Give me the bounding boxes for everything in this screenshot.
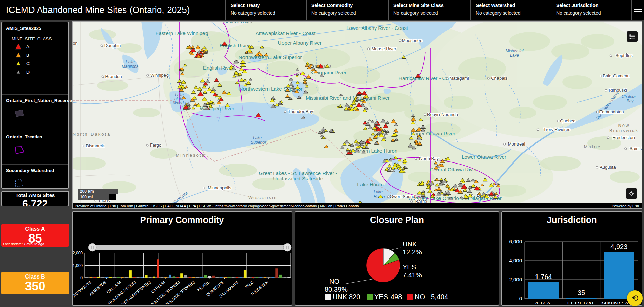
legend-panel: AMIS_Sites2025 MINE_SITE_CLASS A B C D O…	[1, 22, 69, 189]
svg-text:FEDERAL: FEDERAL	[567, 301, 595, 304]
jurisdiction-category-labels: A.R.A.FEDERALMINING ACT	[535, 301, 637, 304]
svg-text:Edmundston: Edmundston	[599, 109, 624, 114]
svg-text:Minnesota: Minnesota	[176, 153, 206, 158]
svg-text:NO: NO	[329, 277, 339, 285]
svg-text:0: 0	[80, 275, 83, 280]
commodity-y-axis: 01,0002,000	[73, 251, 83, 280]
svg-text:Superior: Superior	[251, 140, 266, 145]
svg-text:Northwestern Lake Superior: Northwestern Lake Superior	[239, 54, 302, 60]
scale-km: 200 km	[78, 189, 118, 194]
reset-extent-button[interactable]: ⟲	[627, 290, 643, 306]
map-locate-icon[interactable]	[626, 188, 637, 199]
svg-text:Montreal: Montreal	[508, 141, 525, 147]
svg-text:Sept-Îles: Sept-Îles	[615, 53, 633, 58]
svg-text:5,404: 5,404	[431, 293, 448, 301]
svg-text:Severn River: Severn River	[223, 22, 253, 24]
selector-treaty[interactable]: Select Treaty No category selected	[225, 0, 306, 20]
selector-mine-site-class[interactable]: Select Mine Site Class No category selec…	[388, 0, 470, 20]
primary-commodity-panel: Primary Commodity 01,0002,000ACTINOLITEA…	[72, 211, 292, 306]
svg-text:Moose River: Moose River	[372, 46, 397, 51]
svg-text:7.41%: 7.41%	[403, 271, 422, 279]
class-B-triangle-icon	[15, 52, 22, 58]
attribution-text: Province of Ontario | Esri | TomTom | Ga…	[73, 204, 359, 208]
svg-text:35: 35	[578, 289, 585, 296]
svg-text:Great Lakes - St. Lawrence Riv: Great Lakes - St. Lawrence River -	[259, 170, 337, 176]
map-legend-icon[interactable]	[627, 31, 638, 42]
header-bar: ICEMD Abandoned Mine Sites (Ontario, 202…	[0, 0, 644, 20]
slider-handle-right[interactable]	[283, 243, 291, 251]
legend-class-B: B	[15, 52, 65, 58]
scale-mi: 100 mi	[78, 194, 109, 200]
svg-text:4,000: 4,000	[509, 257, 522, 263]
svg-text:North Bay: North Bay	[419, 156, 439, 161]
svg-text:Lake: Lake	[374, 190, 383, 194]
selector-jurisdiction[interactable]: Select Jurisdiction No category selected	[551, 0, 631, 20]
legend-class-C: C	[15, 61, 65, 67]
svg-text:Trois-Rivières: Trois-Rivières	[543, 127, 570, 132]
svg-text:Lake: Lake	[253, 135, 262, 140]
jurisdiction-y-axis: 02,0004,0006,000	[509, 238, 522, 301]
svg-text:NO: NO	[415, 293, 425, 301]
map-canvas[interactable]: Severn RiverEastern Lake WinnipegAttawap…	[73, 22, 642, 203]
dashboard: ICEMD Abandoned Mine Sites (Ontario, 202…	[0, 0, 644, 307]
pie-slices	[366, 248, 400, 282]
svg-text:Rouyn-Noranda: Rouyn-Noranda	[427, 112, 458, 117]
svg-text:Fargo: Fargo	[150, 142, 161, 148]
svg-text:Matagami: Matagami	[449, 76, 469, 81]
svg-text:Eastern Lake Winnipeg: Eastern Lake Winnipeg	[155, 30, 208, 36]
pie-legend: UNK820YES498NO5,404	[325, 293, 448, 301]
svg-text:Dauphin: Dauphin	[104, 43, 121, 48]
slider-handle-left[interactable]	[88, 243, 96, 251]
svg-text:6,000: 6,000	[509, 238, 522, 244]
map-attribution: Province of Ontario | Esri | TomTom | Ga…	[73, 203, 642, 208]
svg-text:Lower Ottawa River: Lower Ottawa River	[462, 154, 506, 160]
svg-text:Upper Albany River: Upper Albany River	[278, 40, 321, 46]
hamburger-menu-icon[interactable]	[631, 0, 644, 20]
svg-text:Wisconsin: Wisconsin	[248, 195, 277, 200]
selector-watershed[interactable]: Select Watershed No category selected	[470, 0, 551, 20]
svg-text:Lower Albany River - Coast: Lower Albany River - Coast	[346, 25, 408, 31]
legend-class-D: D	[15, 69, 65, 75]
svg-text:Fredericton: Fredericton	[612, 135, 635, 140]
watershed-dashed-swatch	[14, 178, 65, 189]
page-title: ICEMD Abandoned Mine Sites (Ontario, 202…	[0, 0, 225, 20]
svg-text:80.39%: 80.39%	[325, 286, 348, 293]
svg-text:UNK: UNK	[403, 240, 417, 248]
map[interactable]: Severn RiverEastern Lake WinnipegAttawap…	[72, 21, 642, 209]
stat-class-a: Class A 85 Last update: 1 minute ago	[1, 224, 69, 247]
closure-plan-panel: Closure Plan UNK12.2% YES7.41% NO80.39%U…	[295, 211, 499, 306]
layer-title: AMIS_Sites2025	[6, 26, 65, 32]
svg-text:Chapais: Chapais	[491, 76, 507, 81]
category-range-slider[interactable]	[88, 243, 291, 251]
stat-total-amis-sites: Total AMIS Sites 6,722	[1, 191, 69, 206]
svg-text:TALC: TALC	[244, 280, 254, 289]
layer-field: MINE_SITE_CLASS	[12, 36, 65, 41]
class-C-triangle-icon	[15, 61, 22, 67]
primary-commodity-chart: 01,0002,000ACTINOLITEASBESTOSCALCIUMDOLO…	[73, 225, 292, 304]
svg-text:A.R.A.: A.R.A.	[535, 301, 552, 304]
panel-title: Jurisdiction	[502, 215, 642, 225]
legend-class-label: A	[26, 44, 29, 49]
svg-text:Augusta: Augusta	[600, 165, 616, 170]
legend-class-label: C	[26, 61, 30, 66]
jurisdiction-bar-chart: 02,0004,0006,0001,764354,923A.R.A.FEDERA…	[502, 225, 642, 304]
treaties-polygon-swatch	[14, 145, 65, 156]
selector-commodity[interactable]: Select Commodity No category selected	[306, 0, 388, 20]
svg-text:12.2%: 12.2%	[403, 248, 422, 256]
svg-text:Brunswick: Brunswick	[609, 128, 639, 133]
panel-title: Primary Commodity	[73, 215, 292, 225]
svg-text:4,923: 4,923	[610, 243, 627, 250]
svg-text:Chaleur: Chaleur	[622, 94, 636, 99]
svg-text:North Dakota: North Dakota	[73, 132, 111, 137]
class-A-triangle-icon	[15, 44, 22, 50]
svg-text:Thunder Bay: Thunder Bay	[288, 109, 313, 114]
svg-text:Baie-Comeau: Baie-Comeau	[603, 73, 630, 78]
legend-layer-amis-sites: AMIS_Sites2025 MINE_SITE_CLASS A B C D	[2, 22, 68, 95]
svg-text:Lake: Lake	[126, 60, 135, 64]
svg-text:New: New	[618, 123, 630, 128]
svg-text:YES: YES	[403, 263, 416, 271]
svg-text:Saint Jo: Saint Jo	[630, 146, 642, 151]
legend-class-label: B	[26, 53, 29, 58]
map-scalebar: 200 km 100 mi	[78, 189, 118, 200]
panel-title: Closure Plan	[295, 215, 499, 225]
